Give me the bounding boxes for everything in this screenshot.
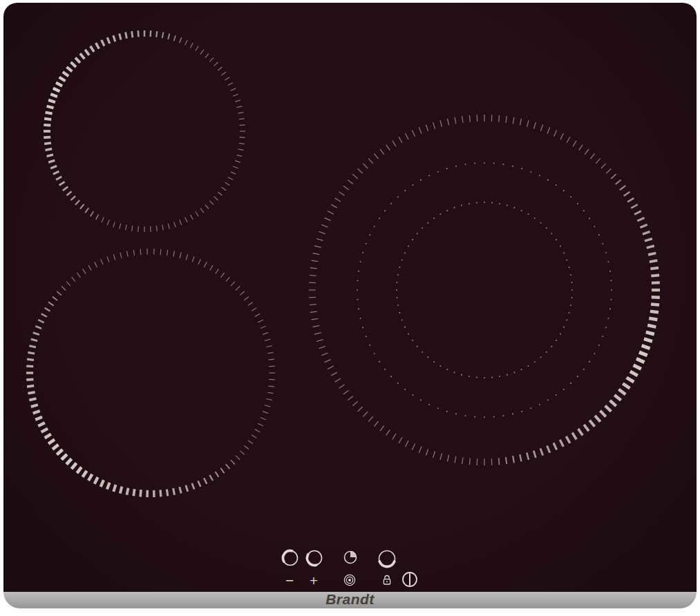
burner-ring-rear-left-zone — [44, 30, 245, 232]
lock-icon — [385, 576, 389, 579]
power-key[interactable] — [403, 572, 417, 586]
burner-ring-front-left-zone — [26, 249, 275, 497]
concentric-rings-icon-dot — [348, 579, 351, 581]
burner-ring-right-zone — [309, 115, 660, 465]
zone-front-left-key[interactable] — [308, 551, 322, 566]
dual-zone-key[interactable] — [344, 575, 354, 585]
timer-key[interactable] — [345, 552, 357, 564]
burner-crescent-arc — [283, 551, 292, 562]
zone-right-key[interactable] — [379, 551, 395, 567]
burner-crescent-arc — [379, 561, 395, 567]
hob-graphics: − + — [3, 3, 697, 592]
timer-clock-hands — [350, 552, 357, 558]
burner-inner-dot-ring — [357, 162, 612, 418]
burner-crescent-arc — [308, 555, 316, 566]
lock-key[interactable] — [384, 576, 390, 585]
minus-key[interactable]: − — [285, 574, 294, 587]
plus-key[interactable]: + — [309, 574, 318, 587]
front-trim-strip: Brandt — [3, 592, 697, 608]
hob-glass: − + — [3, 3, 697, 592]
burner-rings — [26, 30, 660, 497]
zone-rear-left-key[interactable] — [283, 551, 298, 566]
burner-inner-dot-ring — [396, 202, 573, 378]
lock-icon-keyhole — [386, 581, 388, 582]
brand-logo: Brandt — [325, 591, 375, 608]
cooktop: − + Brandt — [3, 3, 697, 608]
control-panel: − + — [283, 551, 417, 588]
